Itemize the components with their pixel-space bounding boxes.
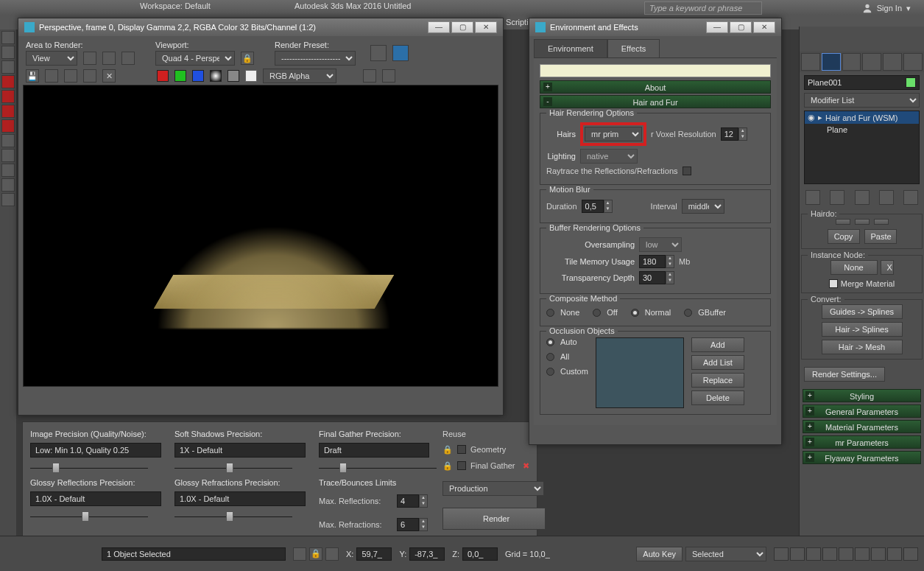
raytrace-checkbox[interactable] <box>683 167 691 175</box>
render-settings-button[interactable]: Render Settings... <box>804 367 885 382</box>
viewport-select[interactable]: Quad 4 - Perspec <box>155 51 235 66</box>
modifier-stack[interactable]: ◉▸Hair and Fur (WSM) Plane <box>804 111 920 184</box>
lighting-select[interactable]: native <box>580 149 638 164</box>
x-button[interactable]: X <box>881 260 894 275</box>
play-icon[interactable] <box>806 547 821 561</box>
render-active-icon[interactable] <box>392 45 409 61</box>
mono-channel-icon[interactable] <box>228 70 239 82</box>
radio-normal[interactable]: Normal <box>631 308 671 317</box>
tool-icon[interactable] <box>1 31 15 44</box>
radio-gbuffer[interactable]: GBuffer <box>684 308 726 317</box>
soft-shadows-value[interactable]: 1X - Default <box>174 443 306 458</box>
nav-icon[interactable] <box>855 547 870 561</box>
rollout-material[interactable]: +Material Parameters <box>803 420 921 433</box>
snap-icon[interactable] <box>1 105 15 118</box>
search-input[interactable]: Type a keyword or phrase <box>644 1 762 15</box>
radio-off[interactable]: Off <box>593 308 617 317</box>
replace-button[interactable]: Replace <box>691 373 744 388</box>
stack-item-hair[interactable]: ◉▸Hair and Fur (WSM) <box>805 111 919 124</box>
glossy-refl-slider[interactable] <box>30 511 148 522</box>
rollout-flyaway[interactable]: +Flyaway Parameters <box>803 451 921 464</box>
max-refr-spinner[interactable]: 6▲▼ <box>397 518 428 531</box>
radio-custom[interactable]: Custom <box>546 367 588 376</box>
coord-icon[interactable] <box>325 547 339 561</box>
tool-icon[interactable] <box>1 46 15 59</box>
render-preset-select[interactable]: ------------------------- <box>275 51 356 66</box>
close-button[interactable]: ✕ <box>753 21 775 33</box>
lock-icon[interactable]: 🔒 <box>309 547 322 561</box>
snap-icon[interactable] <box>1 90 15 103</box>
stack-item-plane[interactable]: Plane <box>805 124 919 136</box>
blue-channel-icon[interactable] <box>192 70 204 82</box>
region-icon[interactable] <box>83 52 96 65</box>
radio-auto[interactable]: Auto <box>546 337 588 346</box>
key-icon[interactable] <box>293 547 306 561</box>
glossy-refl-value[interactable]: 1.0X - Default <box>30 491 161 506</box>
radio-none[interactable]: None <box>546 308 579 317</box>
channel-select[interactable]: RGB Alpha <box>263 69 336 83</box>
copy-icon[interactable] <box>45 69 58 83</box>
tool-icon[interactable] <box>1 149 15 162</box>
merge-material-checkbox[interactable]: ✔Merge Material <box>806 279 917 288</box>
occlusion-list[interactable] <box>596 337 684 408</box>
addlist-button[interactable]: Add List <box>691 355 744 370</box>
rollout-general[interactable]: +General Parameters <box>803 404 921 418</box>
production-select[interactable]: Production <box>442 481 544 496</box>
snap-icon[interactable] <box>1 75 15 88</box>
duration-spinner[interactable]: 0,5▲▼ <box>582 200 613 213</box>
max-refl-spinner[interactable]: 4▲▼ <box>397 494 428 508</box>
none-button[interactable]: None <box>830 260 878 275</box>
rollout-mr[interactable]: +mr Parameters <box>803 435 921 449</box>
final-gather-slider[interactable] <box>319 462 437 474</box>
display-tab-icon[interactable] <box>883 53 902 71</box>
region-icon[interactable] <box>102 52 116 65</box>
tile-mem-spinner[interactable]: 180▲▼ <box>639 255 674 268</box>
lock-icon[interactable]: 🔒 <box>241 52 254 65</box>
prev-frame-icon[interactable] <box>790 547 805 561</box>
configure-sets-icon[interactable] <box>903 190 918 205</box>
hairdo-btn[interactable] <box>855 219 870 225</box>
soft-shadows-slider[interactable] <box>174 462 292 474</box>
rollout-styling[interactable]: +Styling <box>803 389 921 402</box>
hairdo-btn[interactable] <box>836 219 850 225</box>
lock-icon[interactable]: 🔒 <box>442 460 453 471</box>
toggle-icon[interactable] <box>382 69 395 83</box>
add-button[interactable]: Add <box>691 337 744 352</box>
hairdo-btn[interactable] <box>874 219 889 225</box>
hair-mesh-button[interactable]: Hair -> Mesh <box>822 340 903 354</box>
alpha-channel-icon[interactable] <box>210 70 222 82</box>
image-precision-slider[interactable] <box>30 462 148 474</box>
tab-environment[interactable]: Environment <box>534 39 607 57</box>
region-icon[interactable] <box>121 52 135 65</box>
tool-icon[interactable] <box>1 178 15 192</box>
toggle-icon[interactable] <box>363 69 376 83</box>
final-gather-checkbox[interactable] <box>457 461 466 470</box>
glossy-refr-value[interactable]: 1.0X - Default <box>174 491 306 506</box>
modifier-list-select[interactable]: Modifier List <box>804 93 920 108</box>
interval-select[interactable]: middle <box>682 199 724 214</box>
remove-modifier-icon[interactable] <box>879 190 894 205</box>
green-channel-icon[interactable] <box>174 70 186 82</box>
swatch-icon[interactable] <box>245 70 257 82</box>
clone-icon[interactable] <box>64 69 77 83</box>
tool-icon[interactable] <box>1 164 15 177</box>
nav-icon[interactable] <box>903 547 918 561</box>
red-channel-icon[interactable] <box>157 70 169 82</box>
tool-icon[interactable] <box>1 134 15 147</box>
snap-icon[interactable] <box>1 119 15 133</box>
guides-splines-button[interactable]: Guides -> Splines <box>822 304 903 319</box>
radio-all[interactable]: All <box>546 352 588 361</box>
lock-icon[interactable]: 🔒 <box>442 444 453 455</box>
effect-slot[interactable] <box>540 64 771 77</box>
hair-splines-button[interactable]: Hair -> Splines <box>822 322 903 337</box>
goto-start-icon[interactable] <box>774 547 789 561</box>
nav-icon[interactable] <box>887 547 902 561</box>
utilities-tab-icon[interactable] <box>903 53 923 71</box>
y-coord-field[interactable]: -87,3_ <box>409 547 445 561</box>
object-name-field[interactable]: Plane001 <box>804 75 920 90</box>
render-button[interactable]: Render <box>442 508 546 530</box>
transparency-spinner[interactable]: 30▲▼ <box>639 271 674 284</box>
make-unique-icon[interactable] <box>855 190 870 205</box>
close-button[interactable]: ✕ <box>475 21 497 33</box>
minimize-button[interactable]: — <box>706 21 728 33</box>
